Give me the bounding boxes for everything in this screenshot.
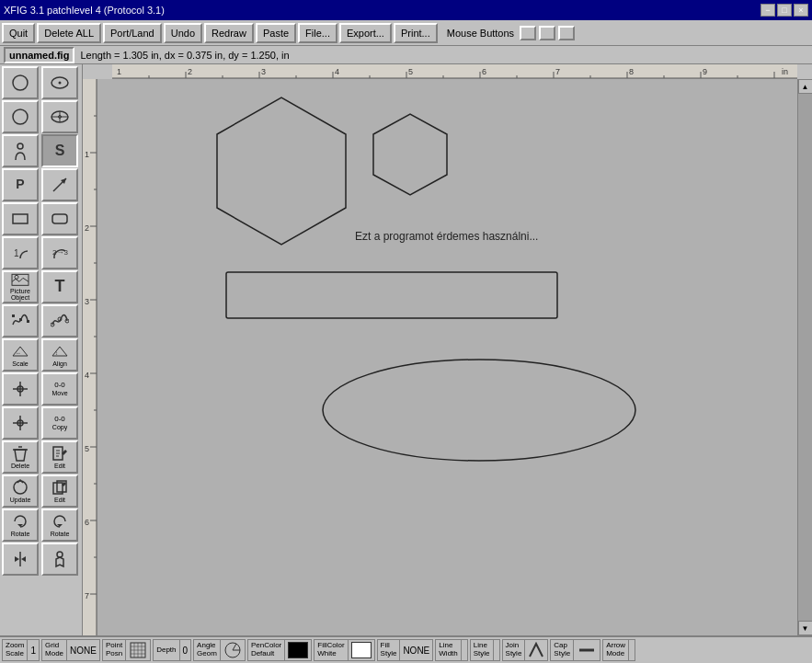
scroll-down-button[interactable]: ▼	[798, 621, 813, 635]
grid-mode-label: GridMode	[42, 640, 67, 660]
cap-style-label: CapStyle	[551, 640, 574, 660]
fill-color-label: FillColorWhite	[315, 640, 348, 660]
tool-arc2[interactable]: 2→3	[41, 236, 78, 269]
svg-text:2: 2	[188, 67, 192, 76]
minimize-button[interactable]: −	[761, 4, 775, 17]
hexagon-small	[373, 114, 447, 195]
undo-button[interactable]: Undo	[164, 23, 202, 43]
tool-spline2[interactable]	[41, 304, 78, 337]
svg-text:↔: ↔	[16, 350, 21, 356]
tool-edit[interactable]: Edit	[41, 440, 78, 474]
tool-rotate-ccw[interactable]: Rotate	[2, 509, 39, 542]
tool-polygon[interactable]: P	[2, 168, 39, 201]
tool-edit2[interactable]: Edit	[41, 474, 78, 508]
svg-text:2: 2	[85, 223, 89, 233]
tool-person[interactable]	[2, 134, 39, 167]
svg-marker-48	[15, 556, 19, 562]
close-button[interactable]: ×	[794, 4, 808, 17]
mouse-key-1	[520, 26, 536, 40]
tool-picture-object[interactable]: PictureObject	[2, 270, 39, 303]
angle-geom-value	[221, 640, 245, 660]
ruler-left: 1 2 3 4 5 6 7	[83, 79, 97, 635]
tool-align[interactable]: ↕ Align	[41, 338, 78, 372]
svg-point-16	[15, 275, 18, 279]
pen-color-value	[285, 640, 311, 660]
svg-line-111	[233, 644, 236, 650]
scroll-up-button[interactable]: ▲	[798, 79, 813, 94]
tool-copy-point[interactable]	[2, 406, 39, 440]
scroll-right: ▲ ▼	[797, 79, 812, 635]
canvas-text: Ezt a programot érdemes használni...	[355, 230, 538, 243]
tool-person2[interactable]	[41, 543, 78, 576]
tool-s-curve[interactable]: S	[41, 134, 78, 167]
bottom-bar: ZoomScale 1 GridMode NONE PointPosn Dept…	[0, 635, 812, 663]
grid-mode-value: NONE	[67, 640, 99, 660]
zoom-scale-label: ZoomScale	[3, 640, 28, 660]
tool-rounded-rect[interactable]	[41, 202, 78, 235]
svg-rect-18	[19, 318, 22, 321]
svg-text:5: 5	[85, 444, 89, 453]
join-style-item: JoinStyle	[502, 639, 549, 661]
fill-color-item[interactable]: FillColorWhite	[314, 639, 374, 661]
tool-text[interactable]: T	[41, 270, 78, 303]
svg-marker-49	[21, 556, 26, 562]
port-land-button[interactable]: Port/Land	[103, 23, 162, 43]
tool-circle2[interactable]	[2, 100, 39, 133]
cap-style-item: CapStyle	[550, 639, 600, 661]
svg-line-25	[20, 347, 28, 356]
svg-rect-17	[12, 314, 15, 317]
tool-scale[interactable]: ↔ Scale	[2, 338, 39, 372]
line-style-label: LineStyle	[471, 640, 494, 660]
tool-update[interactable]: Update	[2, 474, 39, 508]
mouse-buttons-label: Mouse Buttons	[447, 28, 514, 39]
maximize-button[interactable]: □	[777, 4, 792, 17]
file-button[interactable]: File...	[298, 23, 337, 43]
svg-text:7: 7	[555, 67, 560, 76]
coords-text: Length = 1.305 in, dx = 0.375 in, dy = 1…	[80, 50, 289, 61]
svg-text:1: 1	[117, 67, 121, 76]
ruler-top: 1 2 3 4 5 6 7 8 9 in	[112, 64, 797, 79]
join-style-label: JoinStyle	[503, 640, 526, 660]
tool-move-xy[interactable]: 0-0 Move	[41, 372, 78, 406]
svg-text:9: 9	[703, 67, 707, 76]
tool-rect[interactable]	[2, 202, 39, 235]
grid-mode-item: GridMode NONE	[41, 639, 100, 661]
point-posn-label: PointPosn	[103, 640, 126, 660]
svg-point-42	[14, 481, 27, 494]
quit-button[interactable]: Quit	[2, 23, 35, 43]
depth-value: 0	[180, 640, 191, 660]
tool-arrow-line[interactable]	[41, 168, 78, 201]
cap-style-value	[574, 640, 600, 660]
svg-text:8: 8	[629, 67, 634, 76]
redraw-button[interactable]: Redraw	[204, 23, 254, 43]
tool-copy-xy[interactable]: 0-0 Copy	[41, 406, 78, 440]
arrow-mode-item: ArrowMode	[602, 639, 635, 661]
fill-style-item: FillStyle NONE	[377, 639, 434, 661]
tool-ellipse-cross[interactable]	[41, 100, 78, 133]
drawing-canvas[interactable]: Ezt a programot érdemes használni...	[97, 79, 797, 635]
status-bar: unnamed.fig Length = 1.305 in, dx = 0.37…	[0, 46, 812, 64]
tool-arc1[interactable]: 1	[2, 236, 39, 269]
depth-label: Depth	[154, 640, 179, 660]
tool-spline1[interactable]	[2, 304, 39, 337]
tool-move-point[interactable]	[2, 372, 39, 406]
hexagon-large	[217, 97, 346, 245]
svg-rect-19	[27, 320, 29, 323]
scroll-track	[798, 94, 813, 621]
svg-text:6: 6	[482, 67, 486, 76]
tool-ellipse-dot[interactable]	[41, 66, 78, 99]
paste-button[interactable]: Paste	[256, 23, 296, 43]
tool-rotate-cw[interactable]: Rotate	[41, 509, 78, 542]
delete-all-button[interactable]: Delete ALL	[37, 23, 101, 43]
print-button[interactable]: Print...	[394, 23, 438, 43]
tool-delete[interactable]: Delete	[2, 440, 39, 474]
export-button[interactable]: Export...	[339, 23, 392, 43]
ellipse-shape	[323, 360, 635, 461]
tool-flip[interactable]	[2, 543, 39, 576]
pen-color-item[interactable]: PenColorDefault	[247, 639, 312, 661]
canvas-area: 1 2 3 4 5 6 7 8 9 in	[83, 64, 812, 635]
svg-text:3: 3	[85, 297, 89, 306]
tool-circle[interactable]	[2, 66, 39, 99]
mouse-key-3	[558, 26, 575, 40]
line-width-item: LineWidth	[435, 639, 467, 661]
